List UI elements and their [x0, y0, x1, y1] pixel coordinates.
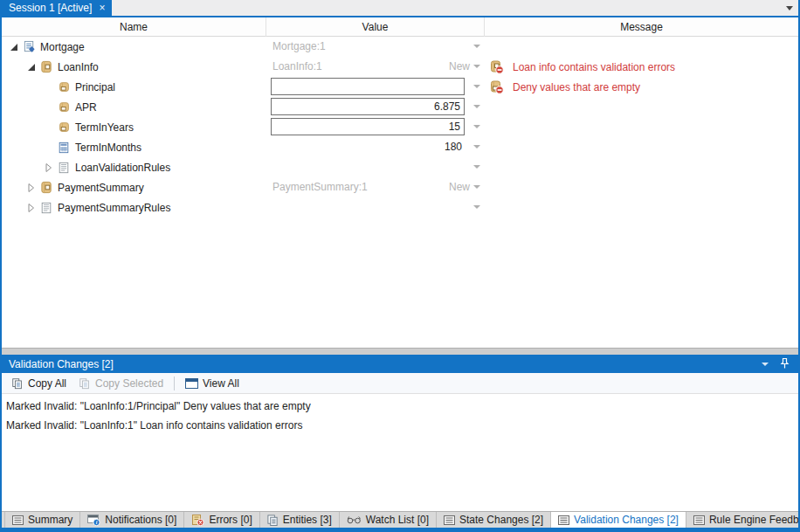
tab-session-1[interactable]: Session 1 [Active] × [2, 0, 112, 16]
copy-all-label: Copy All [28, 377, 66, 390]
tree-row-terminmonths[interactable]: TermInMonths 180 [2, 137, 798, 157]
tree-row-terminyears[interactable]: TermInYears [2, 117, 798, 137]
tree-row-paymentsummaryrules[interactable]: PaymentSummaryRules [2, 197, 798, 218]
value-dropdown-icon[interactable] [473, 105, 480, 108]
value-cell[interactable] [266, 157, 485, 177]
value-readonly: Mortgage:1 [272, 40, 326, 52]
tree-row-label: Mortgage [40, 41, 85, 53]
tab-validation-changes[interactable]: Validation Changes [2] [551, 512, 686, 528]
terminyears-value-input[interactable] [271, 118, 465, 135]
value-cell [266, 77, 485, 97]
session-tab-title: Session 1 [Active] [9, 2, 92, 14]
tab-errors[interactable]: Errors [0] [184, 512, 259, 528]
copy-selected-button[interactable]: Copy Selected [74, 376, 168, 391]
notifications-icon: i [87, 515, 100, 526]
tree-row-label: TermInYears [75, 121, 134, 134]
value-dropdown-icon[interactable] [473, 185, 480, 189]
value-dropdown-icon[interactable] [473, 205, 480, 209]
rules-icon [57, 161, 71, 175]
column-header-message[interactable]: Message [485, 17, 798, 37]
close-icon[interactable]: × [99, 3, 105, 13]
copy-all-button[interactable]: Copy All [7, 376, 71, 391]
value-cell[interactable]: LoanInfo:1 New [266, 57, 485, 77]
validation-panel-title: Validation Changes [2] [9, 358, 114, 370]
calculated-field-icon [57, 141, 71, 155]
tree-row-label: LoanInfo [58, 61, 99, 73]
list-icon [693, 515, 705, 525]
value-dropdown-icon[interactable] [473, 145, 480, 149]
tab-rule-engine-feedback[interactable]: Rule Engine Feedback [19] [686, 512, 800, 528]
tab-entities[interactable]: Entities [3] [260, 512, 340, 528]
message-cell: Deny values that are empty [485, 77, 798, 97]
tree-row-label: Principal [75, 81, 115, 93]
tree-row-label: TermInMonths [75, 142, 141, 154]
value-dropdown-icon[interactable] [473, 45, 480, 48]
validation-message-row[interactable]: Marked Invalid: "LoanInfo:1/Principal" D… [2, 397, 798, 416]
entity-icon [39, 60, 53, 74]
copy-selected-label: Copy Selected [95, 377, 163, 390]
value-cell[interactable]: PaymentSummary:1 New [266, 177, 485, 197]
field-deny-icon [490, 80, 504, 94]
value-cell[interactable]: 180 [266, 137, 485, 157]
tree-row-label: APR [75, 101, 97, 114]
value-dropdown-icon[interactable] [473, 65, 480, 68]
value-dropdown-icon[interactable] [473, 85, 480, 88]
message-cell: Loan info contains validation errors [485, 57, 798, 77]
tab-summary[interactable]: Summary [4, 512, 80, 528]
tree-row-apr[interactable]: APR [2, 97, 798, 117]
value-dropdown-icon[interactable] [473, 125, 480, 128]
panel-menu-chevron-icon[interactable] [762, 363, 769, 366]
list-icon [444, 515, 455, 525]
value-readonly: 180 [445, 141, 462, 153]
tree-row-loanvalidationrules[interactable]: LoanValidationRules [2, 157, 798, 177]
value-dropdown-icon[interactable] [473, 165, 480, 169]
column-header-value[interactable]: Value [266, 17, 485, 37]
session-tab-strip: Session 1 [Active] × [2, 0, 798, 17]
tab-watch-list[interactable]: Watch List [0] [340, 512, 437, 528]
expander-expanded-icon[interactable] [26, 62, 37, 73]
value-readonly: PaymentSummary:1 [272, 181, 368, 193]
tree-row-label: PaymentSummary [58, 182, 144, 194]
validation-panel-toolbar: Copy All Copy Selected View All [2, 373, 798, 394]
value-cell[interactable] [266, 197, 485, 218]
tree-row-principal[interactable]: Principal Deny values that are empty [2, 77, 798, 97]
window-icon [185, 378, 198, 389]
tree-row-label: LoanValidationRules [75, 162, 170, 174]
column-header-name[interactable]: Name [2, 17, 266, 37]
tree-row-paymentsummary[interactable]: PaymentSummary PaymentSummary:1 New [2, 177, 798, 197]
field-icon [57, 121, 71, 135]
value-cell [266, 97, 485, 117]
view-all-button[interactable]: View All [181, 376, 244, 391]
tree-row-loaninfo[interactable]: LoanInfo LoanInfo:1 New Loan info contai… [2, 57, 798, 77]
value-cell [266, 117, 485, 137]
bottom-tab-bar: Summary i Notifications [0] Errors [0] E… [2, 511, 798, 528]
apr-value-input[interactable] [271, 98, 465, 115]
validation-message: Deny values that are empty [513, 81, 640, 93]
expander-collapsed-icon[interactable] [26, 203, 37, 213]
expander-expanded-icon[interactable] [9, 42, 19, 52]
summary-icon [12, 515, 24, 525]
grid-header: Name Value Message [2, 17, 798, 37]
pin-icon[interactable] [780, 357, 790, 370]
tab-notifications[interactable]: i Notifications [0] [80, 512, 184, 528]
expander-collapsed-icon[interactable] [26, 183, 37, 193]
panel-splitter[interactable] [2, 348, 798, 355]
value-cell[interactable]: Mortgage:1 [266, 37, 485, 57]
tab-list-dropdown-icon[interactable] [786, 6, 793, 10]
rules-icon [39, 201, 53, 215]
copy-icon [79, 377, 91, 390]
expander-collapsed-icon[interactable] [44, 162, 54, 173]
validation-panel-header[interactable]: Validation Changes [2] [2, 355, 798, 373]
value-readonly: LoanInfo:1 [272, 60, 322, 73]
entities-icon [267, 515, 279, 526]
toolbar-separator [174, 377, 175, 390]
tree-row-label: PaymentSummaryRules [58, 202, 170, 214]
errors-icon [191, 515, 204, 526]
validation-message-row[interactable]: Marked Invalid: "LoanInfo:1" Loan info c… [2, 416, 798, 435]
view-all-label: View All [203, 377, 239, 390]
principal-value-input[interactable] [271, 78, 465, 95]
list-icon [558, 515, 569, 525]
tab-state-changes[interactable]: State Changes [2] [437, 512, 551, 528]
validation-messages-list: Marked Invalid: "LoanInfo:1/Principal" D… [2, 394, 798, 510]
tree-row-mortgage[interactable]: Mortgage Mortgage:1 [2, 37, 798, 57]
